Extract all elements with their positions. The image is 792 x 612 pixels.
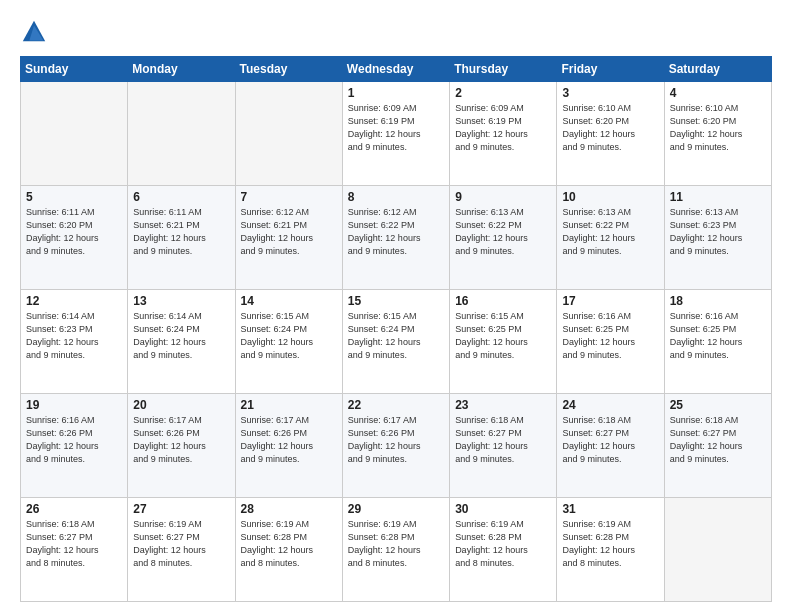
calendar-day-cell [21, 82, 128, 186]
calendar-day-cell: 10Sunrise: 6:13 AMSunset: 6:22 PMDayligh… [557, 186, 664, 290]
weekday-header-cell: Saturday [664, 57, 771, 82]
logo-icon [20, 18, 48, 46]
day-number: 23 [455, 398, 551, 412]
calendar-day-cell [235, 82, 342, 186]
calendar-day-cell: 11Sunrise: 6:13 AMSunset: 6:23 PMDayligh… [664, 186, 771, 290]
calendar-day-cell: 2Sunrise: 6:09 AMSunset: 6:19 PMDaylight… [450, 82, 557, 186]
day-number: 2 [455, 86, 551, 100]
day-info: Sunrise: 6:16 AMSunset: 6:25 PMDaylight:… [670, 310, 766, 362]
calendar-week-row: 19Sunrise: 6:16 AMSunset: 6:26 PMDayligh… [21, 394, 772, 498]
day-info: Sunrise: 6:18 AMSunset: 6:27 PMDaylight:… [562, 414, 658, 466]
calendar-day-cell: 18Sunrise: 6:16 AMSunset: 6:25 PMDayligh… [664, 290, 771, 394]
weekday-header-cell: Friday [557, 57, 664, 82]
day-number: 15 [348, 294, 444, 308]
day-number: 20 [133, 398, 229, 412]
calendar-table: SundayMondayTuesdayWednesdayThursdayFrid… [20, 56, 772, 602]
day-info: Sunrise: 6:19 AMSunset: 6:28 PMDaylight:… [241, 518, 337, 570]
day-number: 26 [26, 502, 122, 516]
day-info: Sunrise: 6:12 AMSunset: 6:22 PMDaylight:… [348, 206, 444, 258]
day-number: 27 [133, 502, 229, 516]
day-info: Sunrise: 6:19 AMSunset: 6:28 PMDaylight:… [455, 518, 551, 570]
day-info: Sunrise: 6:13 AMSunset: 6:23 PMDaylight:… [670, 206, 766, 258]
day-info: Sunrise: 6:13 AMSunset: 6:22 PMDaylight:… [455, 206, 551, 258]
calendar-day-cell: 8Sunrise: 6:12 AMSunset: 6:22 PMDaylight… [342, 186, 449, 290]
header [20, 18, 772, 46]
calendar-day-cell: 24Sunrise: 6:18 AMSunset: 6:27 PMDayligh… [557, 394, 664, 498]
day-info: Sunrise: 6:19 AMSunset: 6:27 PMDaylight:… [133, 518, 229, 570]
calendar-week-row: 5Sunrise: 6:11 AMSunset: 6:20 PMDaylight… [21, 186, 772, 290]
calendar-day-cell: 19Sunrise: 6:16 AMSunset: 6:26 PMDayligh… [21, 394, 128, 498]
day-info: Sunrise: 6:17 AMSunset: 6:26 PMDaylight:… [133, 414, 229, 466]
day-info: Sunrise: 6:11 AMSunset: 6:20 PMDaylight:… [26, 206, 122, 258]
day-info: Sunrise: 6:19 AMSunset: 6:28 PMDaylight:… [562, 518, 658, 570]
day-number: 21 [241, 398, 337, 412]
calendar-day-cell: 26Sunrise: 6:18 AMSunset: 6:27 PMDayligh… [21, 498, 128, 602]
calendar-day-cell [128, 82, 235, 186]
day-number: 28 [241, 502, 337, 516]
calendar-day-cell: 3Sunrise: 6:10 AMSunset: 6:20 PMDaylight… [557, 82, 664, 186]
day-number: 30 [455, 502, 551, 516]
calendar-day-cell: 17Sunrise: 6:16 AMSunset: 6:25 PMDayligh… [557, 290, 664, 394]
calendar-day-cell: 9Sunrise: 6:13 AMSunset: 6:22 PMDaylight… [450, 186, 557, 290]
calendar-day-cell: 30Sunrise: 6:19 AMSunset: 6:28 PMDayligh… [450, 498, 557, 602]
logo [20, 18, 52, 46]
calendar-day-cell: 7Sunrise: 6:12 AMSunset: 6:21 PMDaylight… [235, 186, 342, 290]
calendar-day-cell: 31Sunrise: 6:19 AMSunset: 6:28 PMDayligh… [557, 498, 664, 602]
day-number: 12 [26, 294, 122, 308]
day-info: Sunrise: 6:14 AMSunset: 6:24 PMDaylight:… [133, 310, 229, 362]
day-info: Sunrise: 6:16 AMSunset: 6:25 PMDaylight:… [562, 310, 658, 362]
weekday-header-cell: Sunday [21, 57, 128, 82]
day-number: 8 [348, 190, 444, 204]
day-info: Sunrise: 6:18 AMSunset: 6:27 PMDaylight:… [670, 414, 766, 466]
calendar-week-row: 12Sunrise: 6:14 AMSunset: 6:23 PMDayligh… [21, 290, 772, 394]
day-number: 13 [133, 294, 229, 308]
calendar-day-cell: 29Sunrise: 6:19 AMSunset: 6:28 PMDayligh… [342, 498, 449, 602]
day-info: Sunrise: 6:18 AMSunset: 6:27 PMDaylight:… [455, 414, 551, 466]
calendar-day-cell: 4Sunrise: 6:10 AMSunset: 6:20 PMDaylight… [664, 82, 771, 186]
day-number: 14 [241, 294, 337, 308]
calendar-week-row: 26Sunrise: 6:18 AMSunset: 6:27 PMDayligh… [21, 498, 772, 602]
day-number: 22 [348, 398, 444, 412]
calendar-day-cell [664, 498, 771, 602]
calendar-day-cell: 6Sunrise: 6:11 AMSunset: 6:21 PMDaylight… [128, 186, 235, 290]
day-info: Sunrise: 6:09 AMSunset: 6:19 PMDaylight:… [455, 102, 551, 154]
day-number: 10 [562, 190, 658, 204]
weekday-header-cell: Thursday [450, 57, 557, 82]
day-info: Sunrise: 6:19 AMSunset: 6:28 PMDaylight:… [348, 518, 444, 570]
day-info: Sunrise: 6:17 AMSunset: 6:26 PMDaylight:… [241, 414, 337, 466]
day-info: Sunrise: 6:10 AMSunset: 6:20 PMDaylight:… [562, 102, 658, 154]
calendar-day-cell: 23Sunrise: 6:18 AMSunset: 6:27 PMDayligh… [450, 394, 557, 498]
day-number: 29 [348, 502, 444, 516]
day-info: Sunrise: 6:16 AMSunset: 6:26 PMDaylight:… [26, 414, 122, 466]
weekday-header-cell: Wednesday [342, 57, 449, 82]
calendar-day-cell: 13Sunrise: 6:14 AMSunset: 6:24 PMDayligh… [128, 290, 235, 394]
calendar-day-cell: 1Sunrise: 6:09 AMSunset: 6:19 PMDaylight… [342, 82, 449, 186]
calendar-day-cell: 12Sunrise: 6:14 AMSunset: 6:23 PMDayligh… [21, 290, 128, 394]
day-number: 6 [133, 190, 229, 204]
day-number: 18 [670, 294, 766, 308]
day-number: 4 [670, 86, 766, 100]
day-info: Sunrise: 6:10 AMSunset: 6:20 PMDaylight:… [670, 102, 766, 154]
calendar-day-cell: 27Sunrise: 6:19 AMSunset: 6:27 PMDayligh… [128, 498, 235, 602]
day-info: Sunrise: 6:12 AMSunset: 6:21 PMDaylight:… [241, 206, 337, 258]
calendar-day-cell: 20Sunrise: 6:17 AMSunset: 6:26 PMDayligh… [128, 394, 235, 498]
day-number: 17 [562, 294, 658, 308]
calendar-day-cell: 28Sunrise: 6:19 AMSunset: 6:28 PMDayligh… [235, 498, 342, 602]
day-number: 7 [241, 190, 337, 204]
day-number: 25 [670, 398, 766, 412]
calendar-day-cell: 15Sunrise: 6:15 AMSunset: 6:24 PMDayligh… [342, 290, 449, 394]
calendar-week-row: 1Sunrise: 6:09 AMSunset: 6:19 PMDaylight… [21, 82, 772, 186]
day-info: Sunrise: 6:15 AMSunset: 6:25 PMDaylight:… [455, 310, 551, 362]
day-number: 24 [562, 398, 658, 412]
calendar-body: 1Sunrise: 6:09 AMSunset: 6:19 PMDaylight… [21, 82, 772, 602]
weekday-header-cell: Tuesday [235, 57, 342, 82]
day-info: Sunrise: 6:15 AMSunset: 6:24 PMDaylight:… [348, 310, 444, 362]
calendar-day-cell: 5Sunrise: 6:11 AMSunset: 6:20 PMDaylight… [21, 186, 128, 290]
day-number: 5 [26, 190, 122, 204]
day-info: Sunrise: 6:09 AMSunset: 6:19 PMDaylight:… [348, 102, 444, 154]
day-number: 31 [562, 502, 658, 516]
calendar-day-cell: 22Sunrise: 6:17 AMSunset: 6:26 PMDayligh… [342, 394, 449, 498]
day-info: Sunrise: 6:14 AMSunset: 6:23 PMDaylight:… [26, 310, 122, 362]
day-info: Sunrise: 6:11 AMSunset: 6:21 PMDaylight:… [133, 206, 229, 258]
day-number: 19 [26, 398, 122, 412]
